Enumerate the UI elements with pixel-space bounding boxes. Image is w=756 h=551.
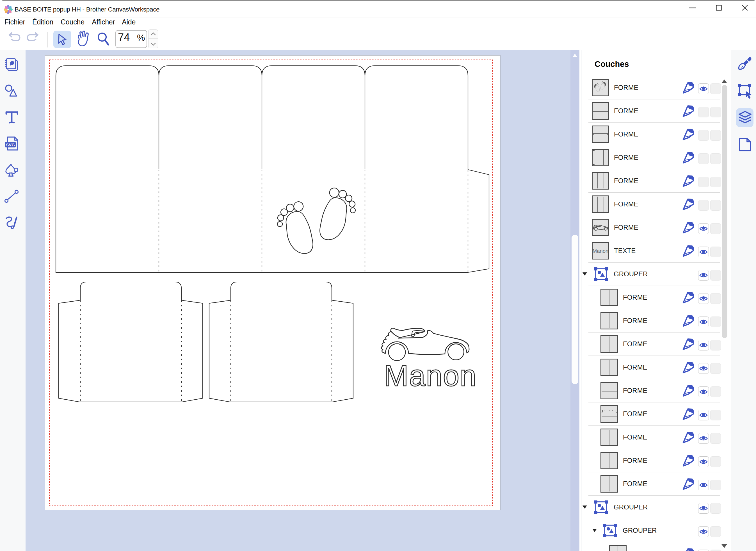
svg-text:Manon: Manon	[593, 248, 608, 254]
svg-text:Manon: Manon	[384, 359, 477, 392]
svg-text:SVG: SVG	[6, 142, 15, 147]
